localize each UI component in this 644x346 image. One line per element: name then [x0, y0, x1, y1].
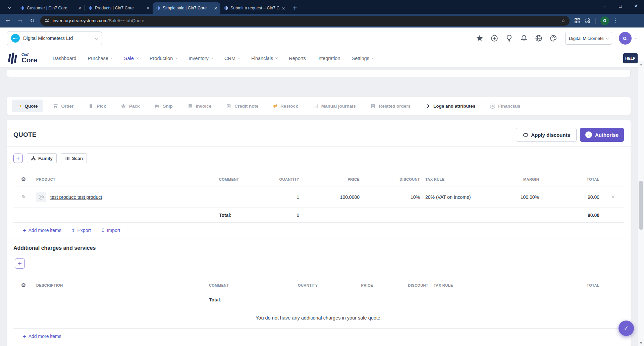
total-label: Total: [206, 292, 295, 307]
tab-search-button[interactable] [5, 3, 14, 12]
authorise-button[interactable]: ✓ Authorise [580, 128, 624, 142]
nav-item-production[interactable]: Production [150, 56, 177, 61]
theme-palette-icon[interactable] [550, 35, 557, 42]
close-tab-icon[interactable]: × [146, 6, 150, 10]
page-scrollbar[interactable]: ▲ ▼ [638, 61, 644, 346]
nav-item-inventory[interactable]: Inventory [189, 56, 213, 61]
notifications-bell-icon[interactable] [520, 35, 528, 42]
scroll-up-icon[interactable]: ▲ [638, 61, 644, 67]
add-more-items-link[interactable]: +Add more items [22, 334, 61, 339]
family-button[interactable]: Family [27, 153, 57, 163]
nav-items: Dashboard Purchase Sale Production Inven… [53, 56, 374, 61]
browser-tab-products[interactable]: Products | Cin7 Core × [85, 2, 153, 14]
browser-tab-simple-sale[interactable]: Simple sale | Cin7 Core × [153, 2, 220, 14]
column-settings-gear-icon[interactable]: ⚙ [13, 278, 34, 292]
forward-icon[interactable]: → [15, 15, 25, 26]
nav-item-reports[interactable]: Reports [289, 56, 306, 61]
tab-invoice[interactable]: Invoice [187, 103, 212, 109]
total-cell: 90.00 [542, 186, 602, 208]
nav-item-integration[interactable]: Integration [317, 56, 340, 61]
nav-item-purchase[interactable]: Purchase [88, 56, 113, 61]
browser-tab-submit-request[interactable]: Submit a request – Cin7 Core × [220, 2, 288, 14]
nav-item-crm[interactable]: CRM [224, 56, 240, 61]
back-icon[interactable]: ← [3, 15, 13, 26]
browser-tab-customer[interactable]: Customer | Cin7 Core × [17, 2, 85, 14]
site-info-icon[interactable] [44, 18, 49, 23]
tab-pick[interactable]: Pick [88, 103, 106, 109]
help-button[interactable]: HELP [623, 53, 638, 63]
remove-row-icon[interactable]: × [602, 186, 624, 208]
scroll-down-icon[interactable]: ▼ [638, 340, 644, 346]
add-line-button[interactable]: + [13, 154, 23, 163]
bookmark-star-icon[interactable]: ☆ [561, 18, 566, 23]
cin7-core-logo[interactable]: Cin7 Core [7, 51, 37, 65]
tab-credit-note[interactable]: Credit note [226, 103, 258, 109]
table-total-row: Total: 1 90.00 [13, 208, 624, 223]
close-tab-icon[interactable]: × [214, 6, 218, 10]
add-more-items-link[interactable]: +Add more items [22, 228, 61, 233]
tab-manual-journals[interactable]: Manual journals [313, 103, 356, 109]
plus-icon: + [22, 334, 26, 339]
nav-item-dashboard[interactable]: Dashboard [53, 56, 76, 61]
clipboard-icon [226, 103, 231, 109]
chevron-down-icon [111, 57, 113, 59]
product-link[interactable]: test product: test product [50, 194, 102, 200]
edit-row-icon[interactable]: ✎ [13, 186, 34, 208]
account-selector[interactable]: Digital Micromete... [565, 32, 612, 45]
scan-button[interactable]: Scan [61, 153, 87, 163]
qr-extension-icon[interactable] [574, 18, 580, 23]
chevron-down-icon [8, 5, 11, 9]
clipboard-icon [370, 103, 376, 109]
nav-item-settings[interactable]: Settings [352, 56, 374, 61]
close-window-icon[interactable]: × [628, 0, 644, 11]
scrolled-card-fragment [7, 70, 631, 77]
address-bar[interactable]: inventory.dearsystems.com/Sale#~~tabQuot… [40, 16, 570, 26]
col-quantity: QUANTITY [295, 278, 319, 292]
export-link[interactable]: ↥Export [71, 228, 91, 233]
product-cell: test product: test product [36, 192, 214, 202]
browser-menu-icon[interactable]: ⋮ [613, 18, 618, 23]
extensions-puzzle-icon[interactable] [585, 18, 591, 24]
tab-financials[interactable]: $Financials [490, 104, 520, 109]
invoice-icon [187, 103, 193, 109]
tab-restock[interactable]: ⇄Restock [273, 104, 298, 109]
new-tab-button[interactable]: + [292, 5, 297, 11]
tab-pack[interactable]: Pack [121, 103, 140, 109]
tab-related-orders[interactable]: Related orders [370, 103, 411, 109]
col-product: PRODUCT [34, 172, 216, 186]
add-new-icon[interactable] [491, 35, 498, 42]
apply-discounts-button[interactable]: Apply discounts [516, 128, 577, 142]
tab-quote[interactable]: →Quote [12, 100, 43, 112]
close-tab-icon[interactable]: × [78, 6, 82, 10]
tab-order[interactable]: Order [53, 103, 73, 109]
tab-ship[interactable]: Ship [154, 103, 172, 109]
tab-logs-and-attributes[interactable]: Logs and attributes [425, 104, 475, 109]
organization-selector[interactable]: xero Digital Micrometers Ltd [7, 32, 102, 45]
minimize-icon[interactable]: — [597, 0, 612, 11]
no-image-placeholder [36, 192, 46, 202]
save-fab-button[interactable]: ✓ [619, 321, 634, 336]
chevron-down-icon[interactable] [635, 36, 638, 40]
chevron-down-icon [136, 57, 139, 59]
column-settings-gear-icon[interactable]: ⚙ [13, 172, 34, 186]
reload-icon[interactable]: ↻ [27, 15, 38, 26]
globe-icon[interactable] [535, 35, 542, 42]
discount-cell: 10% [362, 186, 423, 208]
close-tab-icon[interactable]: × [281, 6, 285, 10]
crescent-icon [425, 104, 430, 109]
import-link[interactable]: ↧Import [101, 228, 120, 233]
add-charge-button[interactable]: + [15, 258, 25, 269]
chevron-down-icon [275, 57, 278, 59]
nav-item-sale[interactable]: Sale [124, 56, 138, 61]
lightbulb-icon[interactable] [505, 35, 513, 42]
browser-profile-avatar[interactable]: O [600, 16, 609, 25]
favorites-star-icon[interactable] [476, 35, 483, 42]
quote-toolbar: + Family Scan [7, 147, 631, 163]
scrollbar-thumb[interactable] [639, 181, 643, 230]
user-avatar[interactable]: O. [619, 32, 632, 45]
maximize-icon[interactable]: □ [612, 0, 628, 11]
nav-item-financials[interactable]: Financials [251, 56, 277, 61]
cin7-favicon [20, 6, 25, 10]
col-tax-rule: TAX RULE [431, 278, 542, 292]
app-header: xero Digital Micrometers Ltd Digital Mic… [0, 27, 644, 49]
